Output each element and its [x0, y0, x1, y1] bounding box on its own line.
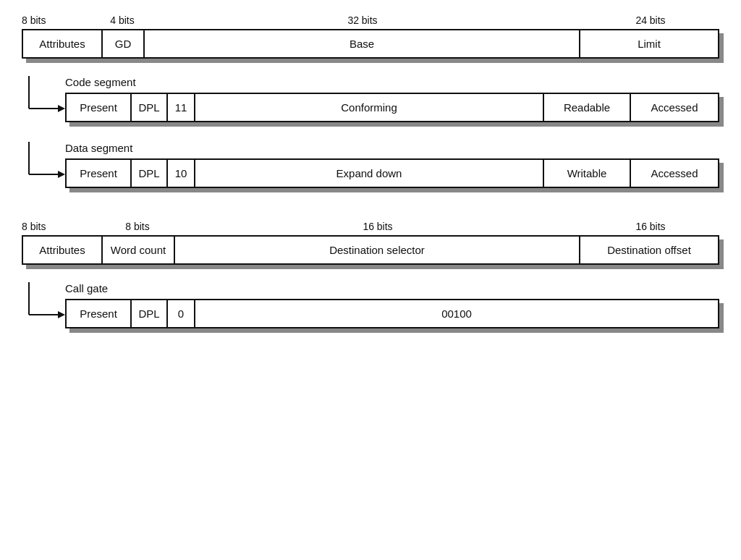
segment-table: AttributesWord countDestination selector…	[22, 235, 719, 265]
table-cell-2: 0	[168, 300, 195, 327]
data-segment-section: Data segmentPresentDPL10Expand downWrita…	[22, 142, 719, 195]
table-cell-3: Limit	[580, 30, 718, 57]
svg-marker-2	[58, 105, 65, 112]
bit-label-3: 16 bits	[582, 221, 719, 232]
table-cell-5: Accessed	[631, 94, 718, 121]
call-gate-arrow-area	[22, 282, 65, 335]
table-cell-4: Readable	[544, 94, 631, 121]
bits-labels-row: 8 bits8 bits16 bits16 bits	[22, 221, 719, 232]
code-arrow-area	[22, 76, 65, 129]
data-arrow-area	[22, 142, 65, 195]
svg-marker-8	[58, 311, 65, 318]
table-cell-1: DPL	[132, 160, 168, 187]
call-gate-block: Call gatePresentDPL000100	[65, 282, 719, 333]
code-segment-label: Code segment	[65, 76, 719, 88]
table-cell-3: Conforming	[195, 94, 544, 121]
table-cell-3: 00100	[195, 300, 718, 327]
table-cell-1: DPL	[132, 300, 168, 327]
svg-marker-5	[58, 171, 65, 178]
segment-table: AttributesGDBaseLimit	[22, 29, 719, 59]
code-arrow-svg	[22, 76, 65, 127]
table-cell-1: GD	[103, 30, 145, 57]
table-cell-3: Destination offset	[580, 237, 718, 263]
call-gate-label: Call gate	[65, 282, 719, 294]
bit-label-0: 8 bits	[22, 221, 101, 232]
data-arrow-svg	[22, 142, 65, 192]
segment-table: PresentDPL000100	[65, 299, 719, 328]
table-cell-0: Present	[67, 160, 132, 187]
table-cell-0: Attributes	[23, 237, 103, 263]
table-cell-0: Present	[67, 94, 132, 121]
bit-label-2: 32 bits	[143, 14, 582, 26]
table-cell-3: Expand down	[195, 160, 544, 187]
bit-label-2: 16 bits	[174, 221, 582, 232]
bits-labels-row: 8 bits4 bits32 bits24 bits	[22, 14, 719, 26]
table-cell-4: Writable	[544, 160, 631, 187]
bit-label-1: 4 bits	[101, 14, 143, 26]
bit-label-0: 8 bits	[22, 14, 101, 26]
code-segment-section: Code segmentPresentDPL11ConformingReadab…	[22, 76, 719, 129]
call-gate-section: Call gatePresentDPL000100	[22, 282, 719, 335]
table-cell-2: Destination selector	[175, 237, 580, 263]
table-cell-1: Word count	[103, 237, 175, 263]
table-cell-2: 10	[168, 160, 195, 187]
data-segment-block: Data segmentPresentDPL10Expand downWrita…	[65, 142, 719, 192]
table-cell-5: Accessed	[631, 160, 718, 187]
code-segment-block: Code segmentPresentDPL11ConformingReadab…	[65, 76, 719, 127]
table-cell-2: 11	[168, 94, 195, 121]
table-cell-0: Attributes	[23, 30, 103, 57]
segment-table: PresentDPL10Expand downWritableAccessed	[65, 158, 719, 188]
data-segment-label: Data segment	[65, 142, 719, 154]
call-gate-arrow-svg	[22, 282, 65, 333]
table-cell-1: DPL	[132, 94, 168, 121]
table-cell-0: Present	[67, 300, 132, 327]
segment-table: PresentDPL11ConformingReadableAccessed	[65, 93, 719, 122]
bit-label-1: 8 bits	[101, 221, 174, 232]
bit-label-3: 24 bits	[582, 14, 719, 26]
table-cell-2: Base	[145, 30, 580, 57]
